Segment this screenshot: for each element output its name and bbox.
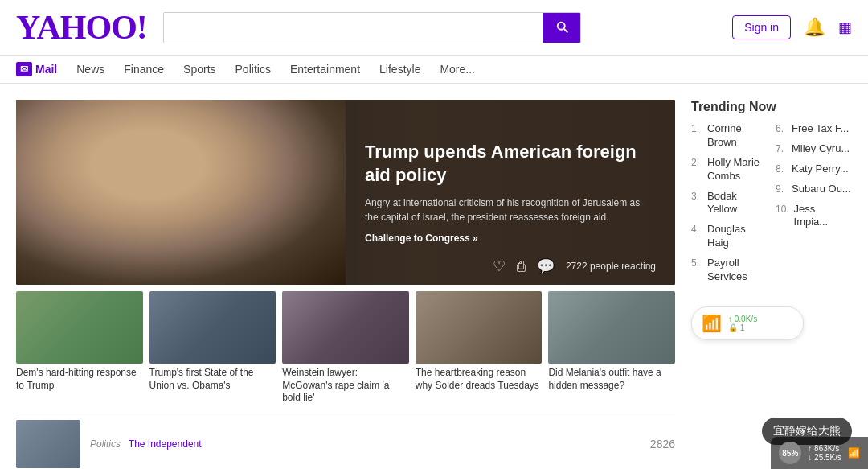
nav-item-politics[interactable]: Politics [235,63,271,76]
download-speed-bottom: ↓ 25.5K/s [808,453,841,462]
thumbnail-image [16,291,143,364]
thumbnail-item[interactable]: Dem's hard-hitting response to Trump [16,291,143,405]
trending-number: 9. [776,183,787,195]
hero-image [16,100,346,285]
hero-background: Trump upends American foreign aid policy… [16,100,675,285]
hero-link[interactable]: Challenge to Congress » [365,232,656,244]
like-icon[interactable]: ♡ [493,257,506,275]
hero-story[interactable]: Trump upends American foreign aid policy… [16,100,675,285]
trending-item[interactable]: 9. Subaru Ou... [776,183,852,196]
trending-list: 1. Corrine Brown 2. Holly Marie Combs 3.… [691,122,852,290]
yahoo-logo[interactable]: YAHOO! [16,8,147,47]
bottom-meta: Politics The Independent [90,438,202,450]
trending-item[interactable]: 6. Free Tax F... [776,122,852,136]
trending-number: 3. [691,191,702,202]
search-bar [163,12,581,43]
trending-left-col: 1. Corrine Brown 2. Holly Marie Combs 3.… [691,122,768,290]
thumbnail-caption: Trump's first State of the Union vs. Oba… [149,367,276,392]
navigation: ✉ Mail News Finance Sports Politics Ente… [0,56,868,84]
trending-number: 10. [776,204,789,215]
bottom-source: Politics The Independent [90,438,202,450]
search-icon [555,19,569,34]
trending-item[interactable]: 4. Douglas Haig [691,223,768,250]
trending-number: 2. [691,157,702,168]
article-count: 2826 [650,438,675,450]
bottom-thumb-image [16,420,80,468]
hero-description: Angry at international criticism of his … [365,195,656,224]
thumbnail-item[interactable]: The heartbreaking reason why Solder drea… [416,291,542,405]
trending-number: 7. [776,143,787,154]
nav-item-sports[interactable]: Sports [183,63,215,76]
header-right: Sign in 🔔 ▦ [732,15,852,39]
bottom-teaser: Politics The Independent 2826 [16,413,675,468]
network-stats: ↑ 0.0K/s 🔒 1 [728,315,757,332]
thumbnail-caption: Weinstein lawyer: McGowan's rape claim '… [282,367,409,405]
source-name: The Independent [129,438,202,450]
trending-text: Corrine Brown [707,122,768,150]
percent-badge: 85% [779,442,801,464]
trending-number: 1. [691,123,702,134]
trending-text: Free Tax F... [792,122,849,136]
nav-item-more[interactable]: More... [440,63,475,76]
thumbnails-row: Dem's hard-hitting response to Trump Tru… [16,291,675,405]
trending-item[interactable]: 10. Jess Impia... [776,203,852,230]
search-button[interactable] [543,13,580,43]
sign-in-button[interactable]: Sign in [732,15,791,39]
trending-text: Jess Impia... [794,203,852,230]
thumbnail-caption: The heartbreaking reason why Solder drea… [416,367,542,392]
trending-text: Douglas Haig [707,223,768,250]
mail-icon: ✉ [16,62,32,76]
nav-item-lifestyle[interactable]: Lifestyle [379,63,420,76]
trending-number: 8. [776,163,787,175]
thumbnail-image [416,291,542,364]
trending-text: Payroll Services [707,257,768,284]
trending-number: 4. [691,224,702,235]
nav-item-news[interactable]: News [76,63,104,76]
upload-speed: ↑ 0.0K/s [728,315,757,323]
source-category: Politics [90,438,121,450]
network-icon-bottom: 📶 [848,447,860,459]
nav-item-entertainment[interactable]: Entertainment [290,63,360,76]
trending-right-col: 6. Free Tax F... 7. Miley Cyru... 8. Kat… [776,122,852,290]
trending-text: Katy Perry... [792,163,849,176]
connected-count: 🔒 1 [728,323,757,332]
speed-info: ↑ 863K/s ↓ 25.5K/s [808,444,841,462]
search-input[interactable] [164,13,543,43]
menu-icon[interactable]: ▦ [838,19,852,36]
main-content: Trump upends American foreign aid policy… [0,84,868,469]
trending-title: Trending Now [691,100,852,114]
trending-text: Subaru Ou... [792,183,851,196]
trending-item[interactable]: 7. Miley Cyru... [776,142,852,156]
share-icon[interactable]: ⎙ [517,258,526,275]
trending-item[interactable]: 2. Holly Marie Combs [691,156,768,183]
hero-photo [16,100,346,285]
thumbnail-caption: Dem's hard-hitting response to Trump [16,367,143,392]
comment-icon[interactable]: 💬 [537,257,555,275]
hero-title: Trump upends American foreign aid policy [365,141,656,187]
nav-item-finance[interactable]: Finance [124,63,164,76]
wifi-icon: 📶 [702,314,722,333]
bottom-status-bar: 85% ↑ 863K/s ↓ 25.5K/s 📶 [771,437,868,469]
trending-number: 6. [776,123,787,134]
featured-section: Trump upends American foreign aid policy… [16,100,675,468]
thumbnail-image [149,291,276,364]
notification-bell-icon[interactable]: 🔔 [804,17,825,38]
thumbnail-item[interactable]: Weinstein lawyer: McGowan's rape claim '… [282,291,409,405]
trending-item[interactable]: 8. Katy Perry... [776,163,852,176]
nav-item-mail[interactable]: ✉ Mail [16,62,57,76]
upload-speed-bottom: ↑ 863K/s [808,444,841,453]
trending-text: Miley Cyru... [792,142,850,156]
thumbnail-image [548,291,675,364]
trending-text: Bodak Yellow [707,190,768,217]
thumbnail-caption: Did Melania's outfit have a hidden messa… [548,367,675,392]
reaction-count: 2722 people reacting [566,261,656,272]
hero-actions: ♡ ⎙ 💬 2722 people reacting [493,257,656,275]
thumbnail-item[interactable]: Did Melania's outfit have a hidden messa… [548,291,675,405]
thumbnail-item[interactable]: Trump's first State of the Union vs. Oba… [149,291,276,405]
trending-item[interactable]: 3. Bodak Yellow [691,190,768,217]
header: YAHOO! Sign in 🔔 ▦ [0,0,868,56]
trending-item[interactable]: 5. Payroll Services [691,257,768,284]
trending-number: 5. [691,257,702,269]
trending-item[interactable]: 1. Corrine Brown [691,122,768,150]
network-widget: 📶 ↑ 0.0K/s 🔒 1 [691,306,804,340]
